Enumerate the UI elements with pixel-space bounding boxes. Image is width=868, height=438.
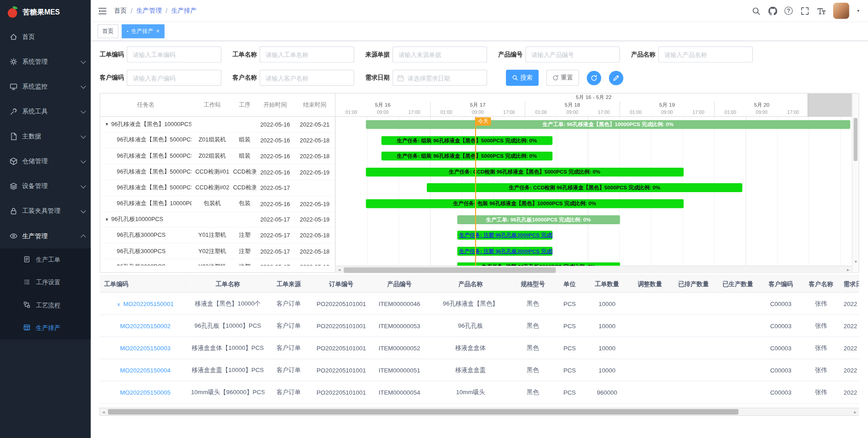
gantt-grid-header: 任务名 工作站 工序 开始时间 结束时间: [100, 94, 335, 117]
scroll-down-icon[interactable]: ▼: [853, 259, 859, 264]
collapse-triangle-icon[interactable]: ▼: [104, 217, 109, 222]
table-horizontal-scrollbar[interactable]: ◄ ►: [99, 408, 859, 415]
gantt-bar-task[interactable]: 生产任务: 包装 96孔移液盒【黑色】10000PCS 完成比例: 0%: [366, 199, 684, 208]
search-icon[interactable]: [751, 6, 761, 15]
source-doc-input[interactable]: [392, 47, 487, 63]
help-icon[interactable]: ?: [784, 7, 793, 15]
gantt-row-task[interactable]: 96孔移液盒【黑色】5000PCS CCD检测#02CCD检测 2022-05-…: [100, 180, 335, 196]
gantt-row-task[interactable]: 96孔孔板3000PCS Y03注塑机注塑 2022-05-172022-05-…: [100, 259, 335, 265]
topbar-actions: ? ▼: [751, 3, 860, 19]
work-order-name-input[interactable]: [259, 47, 354, 63]
gantt-row-task[interactable]: 96孔移液盒【黑色】5000PCS CCD检测#01CCD检测 2022-05-…: [100, 164, 335, 180]
gantt-task-grid: 任务名 工作站 工序 开始时间 结束时间 ▼96孔移液盒【黑色】10000PCS…: [100, 94, 335, 273]
scrollbar-thumb[interactable]: [108, 409, 738, 414]
monitor-icon: [9, 82, 18, 90]
sidebar-item-process-settings[interactable]: 工序设置: [0, 271, 91, 294]
work-order-link[interactable]: MO202205150001: [123, 300, 174, 307]
sidebar-item-fixture[interactable]: 工装夹具管理: [0, 199, 91, 224]
scroll-left-icon[interactable]: ◄: [335, 268, 343, 272]
collapse-triangle-icon[interactable]: ▼: [104, 122, 109, 127]
gantt-chart-body: 今天 生产工单: 96孔移液盒【黑色】10000PCS 完成比例: 0% 生产任…: [335, 117, 852, 265]
customer-code-input[interactable]: [127, 70, 221, 86]
sidebar-menu: 首页 系统管理 系统监控 系统工具 主数据 仓储管理: [0, 24, 91, 339]
gantt-row-task[interactable]: 96孔孔板3000PCS Y01注塑机注塑 2022-05-172022-05-…: [100, 227, 335, 243]
sidebar-collapse-icon[interactable]: [98, 6, 108, 16]
reset-button[interactable]: 重置: [547, 70, 579, 86]
tags-bar: 首页 ● 生产排产 ×: [91, 22, 868, 41]
gantt-vertical-scrollbar[interactable]: ▼: [852, 94, 859, 273]
breadcrumb-production-mgmt[interactable]: 生产管理: [136, 7, 161, 15]
filter-row-1: 工单编码 工单名称 来源单据 产品编号 产品名称: [99, 47, 859, 63]
flow-icon: [23, 301, 31, 309]
breadcrumb-separator: /: [131, 8, 132, 14]
sidebar-item-master-data[interactable]: 主数据: [0, 124, 91, 149]
gantt-bar-task[interactable]: 生产任务: 组装 96孔移液盒【黑色】5000PCS 完成比例: 0%: [381, 152, 552, 161]
gantt-bar-task-selected[interactable]: 生产任务: 注塑 96孔孔板3000PCS 完成比例: 0%: [457, 231, 552, 240]
lock-icon: [9, 207, 18, 215]
gantt-bar-work-order[interactable]: 生产工单: 96孔孔板10000PCS 完成比例: 0%: [457, 215, 620, 224]
work-order-link[interactable]: MO202205150005: [120, 389, 171, 396]
list-icon: [23, 278, 31, 287]
sidebar-item-production[interactable]: 生产管理: [0, 224, 91, 249]
work-order-code-input[interactable]: [127, 47, 221, 63]
sidebar-item-home[interactable]: 首页: [0, 24, 91, 49]
refresh-gantt-button[interactable]: [587, 71, 601, 85]
gantt-row-task[interactable]: 96孔孔板3000PCS Y02注塑机注塑 2022-05-172022-05-…: [100, 243, 335, 259]
document-icon: [9, 132, 18, 141]
breadcrumb-separator: /: [165, 8, 167, 14]
row-expand-icon[interactable]: ∨: [117, 301, 121, 307]
gantt-row-order-1[interactable]: ▼96孔移液盒【黑色】10000PCS 2022-05-162022-05-21: [100, 117, 335, 132]
scroll-left-icon[interactable]: ◄: [99, 410, 107, 414]
sidebar-item-production-schedule[interactable]: 生产排产: [0, 316, 91, 339]
chevron-down-icon: [80, 108, 86, 113]
breadcrumb-home[interactable]: 首页: [114, 7, 127, 15]
sidebar-item-warehouse[interactable]: 仓储管理: [0, 149, 91, 174]
sidebar-item-process-flow[interactable]: 工艺流程: [0, 294, 91, 316]
grid-icon: [23, 324, 31, 332]
gantt-bar-task[interactable]: 生产任务: 组装 96孔移液盒【黑色】5000PCS 完成比例: 0%: [381, 136, 552, 145]
scroll-right-icon[interactable]: ►: [844, 268, 852, 272]
chevron-down-icon: [80, 133, 86, 138]
customer-name-input[interactable]: [259, 70, 354, 86]
tab-home[interactable]: 首页: [98, 24, 119, 38]
fullscreen-icon[interactable]: [800, 6, 809, 15]
app-logo[interactable]: 苦糖果MES: [0, 0, 91, 24]
gantt-bar-task[interactable]: 生产任务: CCD检测 96孔移液盒【黑色】5000PCS 完成比例: 0%: [427, 184, 743, 193]
gantt-bar-task[interactable]: 生产任务: CCD检测 96孔移液盒【黑色】5000PCS 完成比例: 0%: [366, 168, 684, 177]
scrollbar-thumb[interactable]: [854, 118, 858, 161]
scroll-right-icon[interactable]: ►: [851, 410, 859, 414]
gantt-horizontal-scrollbar[interactable]: ◄ ►: [335, 266, 852, 273]
topbar: 首页 / 生产管理 / 生产排产 ? ▼: [91, 0, 868, 22]
sidebar-item-equipment[interactable]: 设备管理: [0, 174, 91, 198]
github-icon[interactable]: [768, 6, 777, 15]
gantt-row-task[interactable]: 96孔移液盒【黑色】5000PCS Z01组装机组装 2022-05-16202…: [100, 132, 335, 148]
product-no-input[interactable]: [525, 47, 620, 63]
tab-production-schedule[interactable]: ● 生产排产 ×: [122, 24, 165, 38]
work-order-link[interactable]: MO202205150004: [120, 367, 171, 373]
user-avatar[interactable]: [833, 3, 849, 19]
work-order-link[interactable]: MO202205150002: [120, 322, 171, 329]
chevron-down-icon: [80, 183, 86, 188]
search-button[interactable]: 搜索: [506, 70, 538, 86]
work-order-link[interactable]: MO202205150003: [120, 344, 171, 351]
table-row: ∨MO202205150001 移液盒【黑色】10000个客户订单PO20220…: [99, 292, 859, 315]
gantt-row-task[interactable]: 96孔移液盒【黑色】5000PCS Z02组装机组装 2022-05-16202…: [100, 148, 335, 164]
gantt-row-task[interactable]: 96孔移液盒【黑色】10000PCS 包装机包装 2022-05-162022-…: [100, 196, 335, 212]
scrollbar-thumb[interactable]: [344, 267, 555, 273]
sidebar-item-system-monitor[interactable]: 系统监控: [0, 74, 91, 99]
gantt-row-order-2[interactable]: ▼96孔孔板10000PCS 2022-05-172022-05-19: [100, 212, 335, 227]
sidebar-item-system-mgmt[interactable]: 系统管理: [0, 49, 91, 74]
sidebar-item-work-order[interactable]: 生产工单: [0, 249, 91, 271]
font-size-icon[interactable]: [816, 6, 826, 15]
product-name-input[interactable]: [658, 47, 753, 63]
gantt-bar-work-order[interactable]: 生产工单: 96孔移液盒【黑色】10000PCS 完成比例: 0%: [366, 120, 850, 129]
sidebar-item-system-tools[interactable]: 系统工具: [0, 99, 91, 124]
gantt-timeline: 5月 16 - 5月 22 5月 16 01:0009:0017:00 5月 1…: [335, 94, 852, 273]
tab-close-icon[interactable]: ×: [156, 28, 160, 34]
home-icon: [9, 33, 18, 41]
gantt-bar-task[interactable]: 生产任务: 注塑 96孔孔板3000PCS 完成比例: 0%: [457, 263, 620, 266]
demand-date-input[interactable]: [392, 70, 487, 86]
edit-button[interactable]: [609, 71, 623, 85]
gantt-bar-task-selected[interactable]: 生产任务: 注塑 96孔孔板3000PCS 完成比例: 0%: [457, 247, 552, 256]
user-menu-caret-icon[interactable]: ▼: [856, 9, 860, 13]
